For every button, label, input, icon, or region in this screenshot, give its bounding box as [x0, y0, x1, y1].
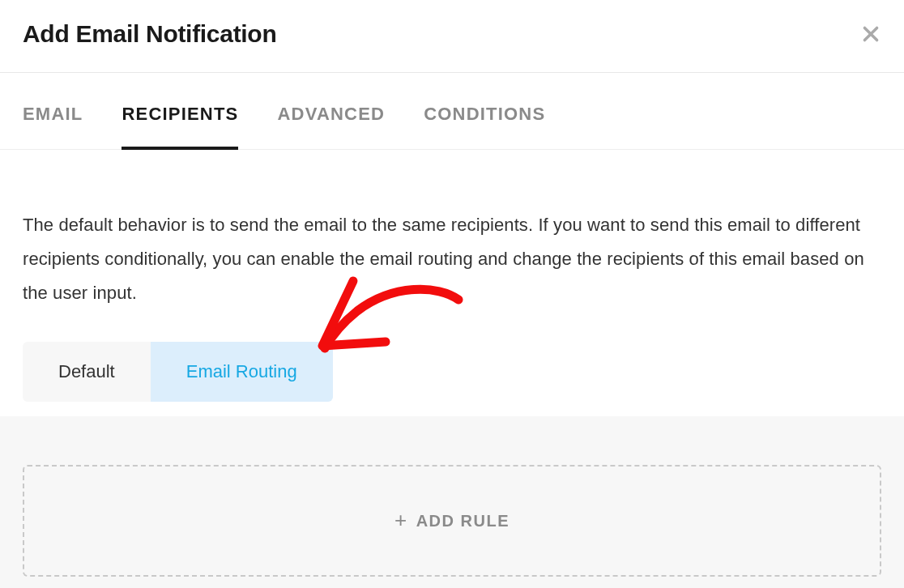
routing-toggle-group: Default Email Routing	[23, 342, 333, 402]
close-icon[interactable]	[860, 23, 881, 45]
toggle-default-button[interactable]: Default	[23, 342, 151, 402]
add-rule-button[interactable]: + ADD RULE	[23, 465, 881, 577]
recipients-description: The default behavior is to send the emai…	[23, 208, 881, 309]
tab-email[interactable]: EMAIL	[23, 73, 83, 149]
tab-content: The default behavior is to send the emai…	[0, 150, 904, 588]
rules-area: + ADD RULE	[0, 416, 904, 588]
add-rule-label: ADD RULE	[416, 512, 510, 530]
tab-bar: EMAIL RECIPIENTS ADVANCED CONDITIONS	[0, 73, 904, 150]
plus-icon: +	[394, 509, 408, 530]
tab-advanced[interactable]: ADVANCED	[277, 73, 385, 149]
tab-recipients[interactable]: RECIPIENTS	[122, 73, 238, 149]
modal-header: Add Email Notification	[0, 0, 904, 72]
toggle-email-routing-button[interactable]: Email Routing	[151, 342, 333, 402]
modal-title: Add Email Notification	[23, 20, 276, 48]
tab-conditions[interactable]: CONDITIONS	[424, 73, 545, 149]
